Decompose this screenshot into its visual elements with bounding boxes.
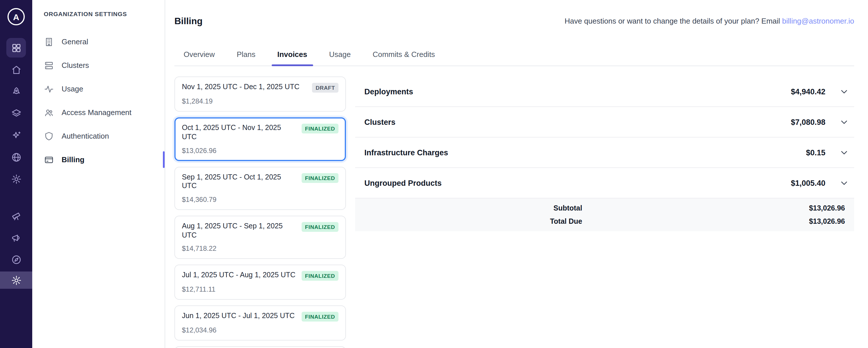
invoice-amount: $13,026.96 bbox=[182, 147, 338, 154]
invoice-date-range: Jun 1, 2025 UTC - Jul 1, 2025 UTC bbox=[182, 312, 295, 321]
summary-row-label: Ungrouped Products bbox=[364, 179, 442, 188]
summary-row-amount: $1,005.40 bbox=[791, 179, 826, 188]
invoice-date-range: Nov 1, 2025 UTC - Dec 1, 2025 UTC bbox=[182, 83, 300, 92]
compass-icon[interactable] bbox=[6, 250, 26, 269]
invoice-amount: $14,360.79 bbox=[182, 196, 338, 203]
app-window: A bbox=[0, 0, 868, 348]
credit-card-icon bbox=[44, 154, 54, 165]
tab-overview[interactable]: Overview bbox=[183, 46, 216, 66]
icon-rail: A bbox=[0, 0, 32, 348]
sidebar-item-label: Usage bbox=[62, 85, 83, 93]
chevron-down-icon[interactable] bbox=[837, 115, 851, 129]
invoice-status-badge: FINALIZED bbox=[302, 124, 338, 134]
total-due-label: Total Due bbox=[355, 217, 582, 225]
astronomer-logo[interactable]: A bbox=[7, 8, 25, 25]
invoice-status-badge: FINALIZED bbox=[302, 271, 338, 281]
summary-row-amount: $4,940.42 bbox=[791, 88, 826, 96]
settings-sidebar: ORGANIZATION SETTINGS General Clusters U… bbox=[32, 0, 165, 348]
invoice-status-badge: DRAFT bbox=[312, 83, 338, 93]
sidebar-item-label: Access Management bbox=[62, 108, 131, 117]
grid-icon[interactable] bbox=[6, 38, 26, 58]
invoice-card[interactable]: Jul 1, 2025 UTC - Aug 1, 2025 UTC FINALI… bbox=[175, 264, 346, 300]
total-due-value: $13,026.96 bbox=[582, 217, 854, 225]
megaphone-icon[interactable] bbox=[6, 228, 26, 247]
sidebar-item-label: General bbox=[62, 37, 88, 46]
summary-row-clusters[interactable]: Clusters $7,080.98 bbox=[355, 107, 854, 138]
main-content: Billing Have questions or want to change… bbox=[165, 0, 868, 348]
invoice-list: Nov 1, 2025 UTC - Dec 1, 2025 UTC DRAFT … bbox=[175, 77, 346, 348]
globe-icon[interactable] bbox=[6, 147, 26, 167]
invoice-amount: $12,711.11 bbox=[182, 285, 338, 293]
invoice-amount: $12,034.96 bbox=[182, 326, 338, 334]
chevron-down-icon[interactable] bbox=[837, 85, 851, 99]
summary-row-deployments[interactable]: Deployments $4,940.42 bbox=[355, 77, 854, 107]
telescope-icon[interactable] bbox=[6, 206, 26, 225]
invoice-amount: $1,284.19 bbox=[182, 97, 338, 105]
sidebar-item-access-management[interactable]: Access Management bbox=[44, 101, 165, 124]
summary-row-label: Deployments bbox=[364, 88, 413, 96]
billing-help-text: Have questions or want to change the det… bbox=[565, 17, 854, 25]
subtotal-label: Subtotal bbox=[355, 204, 582, 212]
stack-icon bbox=[44, 60, 54, 70]
invoice-card[interactable]: Sep 1, 2025 UTC - Oct 1, 2025 UTC FINALI… bbox=[175, 166, 346, 210]
summary-row-amount: $0.15 bbox=[806, 149, 826, 157]
sidebar-title: ORGANIZATION SETTINGS bbox=[44, 10, 165, 17]
tab-invoices[interactable]: Invoices bbox=[276, 46, 308, 66]
chevron-down-icon[interactable] bbox=[837, 146, 851, 160]
users-icon bbox=[44, 107, 54, 118]
total-due-row: Total Due $13,026.96 bbox=[355, 215, 854, 228]
sidebar-item-usage[interactable]: Usage bbox=[44, 77, 165, 101]
gear-icon[interactable] bbox=[6, 169, 26, 189]
invoice-card-selected[interactable]: Oct 1, 2025 UTC - Nov 1, 2025 UTC FINALI… bbox=[175, 118, 346, 161]
invoice-status-badge: FINALIZED bbox=[302, 312, 338, 321]
invoice-date-range: Aug 1, 2025 UTC - Sep 1, 2025 UTC bbox=[182, 222, 297, 240]
sidebar-item-authentication[interactable]: Authentication bbox=[44, 124, 165, 148]
home-icon[interactable] bbox=[6, 60, 26, 80]
sidebar-item-billing[interactable]: Billing bbox=[44, 148, 165, 171]
rocket-icon[interactable] bbox=[6, 82, 26, 101]
layers-icon[interactable] bbox=[6, 103, 26, 123]
tab-commits-credits[interactable]: Commits & Credits bbox=[372, 46, 436, 66]
sidebar-item-label: Authentication bbox=[62, 132, 109, 140]
help-text-prefix: Have questions or want to change the det… bbox=[565, 17, 782, 25]
invoice-card[interactable]: Jun 1, 2025 UTC - Jul 1, 2025 UTC FINALI… bbox=[175, 306, 346, 341]
invoice-summary: Deployments $4,940.42 Clusters $7,080.98… bbox=[355, 77, 854, 231]
summary-row-amount: $7,080.98 bbox=[791, 118, 826, 127]
activity-icon bbox=[44, 84, 54, 94]
tab-plans[interactable]: Plans bbox=[236, 46, 256, 66]
building-icon bbox=[44, 36, 54, 47]
invoice-card[interactable]: Aug 1, 2025 UTC - Sep 1, 2025 UTC FINALI… bbox=[175, 216, 346, 259]
summary-row-label: Clusters bbox=[364, 118, 396, 127]
summary-row-label: Infrastructure Charges bbox=[364, 149, 448, 157]
billing-tabs: Overview Plans Invoices Usage Commits & … bbox=[175, 46, 854, 66]
billing-email-link[interactable]: billing@astronomer.io bbox=[782, 17, 854, 25]
invoice-status-badge: FINALIZED bbox=[302, 173, 338, 183]
settings-gear-icon[interactable] bbox=[0, 272, 32, 289]
page-title: Billing bbox=[175, 16, 203, 26]
shield-icon bbox=[44, 131, 54, 141]
subtotal-row: Subtotal $13,026.96 bbox=[355, 201, 854, 215]
sparkles-icon[interactable] bbox=[6, 125, 26, 145]
invoice-date-range: Jul 1, 2025 UTC - Aug 1, 2025 UTC bbox=[182, 271, 296, 280]
invoice-date-range: Sep 1, 2025 UTC - Oct 1, 2025 UTC bbox=[182, 173, 297, 191]
summary-row-infrastructure-charges[interactable]: Infrastructure Charges $0.15 bbox=[355, 138, 854, 168]
sidebar-item-label: Billing bbox=[62, 155, 84, 164]
sidebar-item-label: Clusters bbox=[62, 61, 89, 70]
invoice-card[interactable]: May 1, 2025 UTC - Jun 1, 2025 UTC FINALI… bbox=[175, 346, 346, 348]
invoice-card[interactable]: Nov 1, 2025 UTC - Dec 1, 2025 UTC DRAFT … bbox=[175, 77, 346, 112]
sidebar-item-general[interactable]: General bbox=[44, 30, 165, 54]
invoice-totals: Subtotal $13,026.96 Total Due $13,026.96 bbox=[355, 199, 854, 231]
summary-row-ungrouped-products[interactable]: Ungrouped Products $1,005.40 bbox=[355, 168, 854, 199]
invoice-status-badge: FINALIZED bbox=[302, 222, 338, 232]
invoice-amount: $14,718.22 bbox=[182, 245, 338, 253]
chevron-down-icon[interactable] bbox=[837, 176, 851, 190]
sidebar-item-clusters[interactable]: Clusters bbox=[44, 54, 165, 77]
invoice-date-range: Oct 1, 2025 UTC - Nov 1, 2025 UTC bbox=[182, 124, 297, 142]
subtotal-value: $13,026.96 bbox=[582, 204, 854, 212]
tab-usage[interactable]: Usage bbox=[328, 46, 352, 66]
